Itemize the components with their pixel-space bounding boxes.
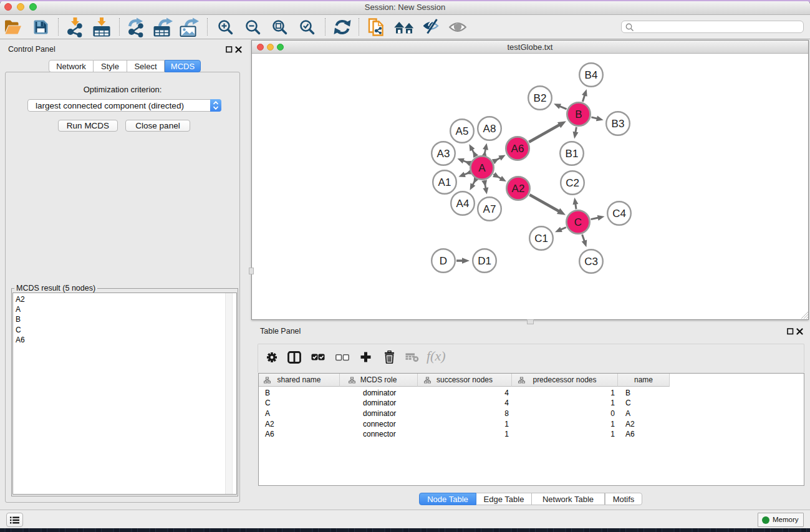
- svg-text:B: B: [575, 109, 582, 120]
- svg-text:A5: A5: [456, 125, 469, 137]
- svg-text:A1: A1: [438, 177, 451, 188]
- svg-text:A: A: [478, 162, 486, 174]
- svg-text:B4: B4: [585, 69, 598, 81]
- svg-text:C2: C2: [566, 177, 579, 189]
- svg-text:A2: A2: [512, 183, 525, 195]
- svg-text:C3: C3: [584, 256, 598, 268]
- svg-text:C1: C1: [534, 233, 548, 244]
- svg-text:D: D: [440, 255, 447, 267]
- svg-text:A6: A6: [511, 143, 524, 155]
- svg-text:C: C: [574, 216, 582, 228]
- svg-text:B2: B2: [534, 92, 547, 104]
- svg-text:C4: C4: [612, 208, 626, 220]
- svg-text:A3: A3: [437, 148, 450, 160]
- svg-text:B3: B3: [612, 118, 625, 130]
- svg-text:D1: D1: [478, 255, 491, 267]
- svg-text:A8: A8: [483, 123, 496, 135]
- svg-text:B1: B1: [566, 148, 579, 160]
- svg-text:A4: A4: [456, 198, 470, 210]
- svg-text:A7: A7: [483, 203, 496, 215]
